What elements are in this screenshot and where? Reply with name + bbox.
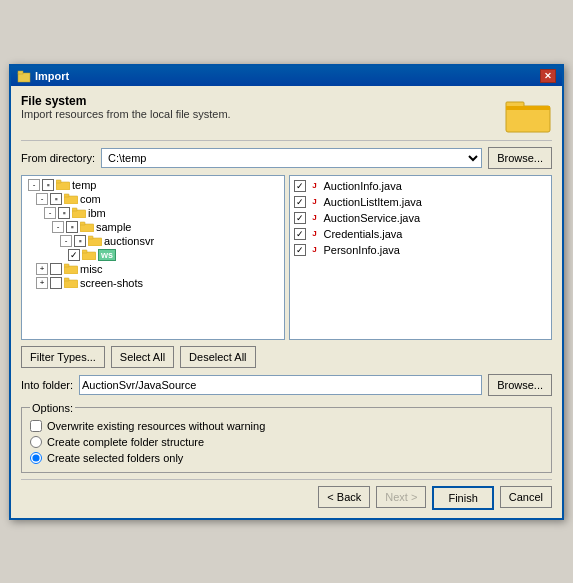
checkbox-temp[interactable]: ▪ bbox=[42, 179, 54, 191]
checkbox-screenshots[interactable] bbox=[50, 277, 62, 289]
file-name-credentials: Credentials.java bbox=[324, 228, 403, 240]
tree-item-com[interactable]: - ▪ com bbox=[24, 192, 282, 206]
file-checkbox-auctionservice[interactable]: ✓ bbox=[294, 212, 306, 224]
header-separator bbox=[21, 140, 552, 141]
svg-rect-12 bbox=[80, 222, 85, 225]
tree-item-misc[interactable]: + misc bbox=[24, 262, 282, 276]
tree-item-ibm[interactable]: - ▪ ibm bbox=[24, 206, 282, 220]
file-item-auctionservice[interactable]: ✓ J AuctionService.java bbox=[292, 210, 550, 226]
expander-com[interactable]: - bbox=[36, 193, 48, 205]
tree-item-temp[interactable]: - ▪ temp bbox=[24, 178, 282, 192]
finish-button[interactable]: Finish bbox=[432, 486, 493, 510]
expander-screenshots[interactable]: + bbox=[36, 277, 48, 289]
into-folder-browse-button[interactable]: Browse... bbox=[488, 374, 552, 396]
dialog-icon bbox=[17, 69, 31, 83]
tree-label-misc: misc bbox=[80, 263, 103, 275]
from-dir-label: From directory: bbox=[21, 152, 95, 164]
filter-types-button[interactable]: Filter Types... bbox=[21, 346, 105, 368]
close-button[interactable]: ✕ bbox=[540, 69, 556, 83]
file-item-auctionlistitem[interactable]: ✓ J AuctionListItem.java bbox=[292, 194, 550, 210]
selected-folders-label: Create selected folders only bbox=[47, 452, 183, 464]
folder-icon-misc bbox=[64, 263, 78, 274]
file-checkbox-auctioninfo[interactable]: ✓ bbox=[294, 180, 306, 192]
back-button[interactable]: < Back bbox=[318, 486, 370, 508]
expander-auctionsvr[interactable]: - bbox=[60, 235, 72, 247]
ws-badge: ws bbox=[98, 249, 116, 261]
folder-icon-com bbox=[64, 193, 78, 204]
tree-label-screenshots: screen-shots bbox=[80, 277, 143, 289]
svg-rect-18 bbox=[64, 264, 69, 267]
checkbox-ws[interactable]: ✓ bbox=[68, 249, 80, 261]
file-item-personinfo[interactable]: ✓ J PersonInfo.java bbox=[292, 242, 550, 258]
java-icon-auctionlistitem: J bbox=[309, 195, 321, 209]
title-bar: Import ✕ bbox=[11, 66, 562, 86]
java-icon-credentials: J bbox=[309, 227, 321, 241]
folder-icon-ws bbox=[82, 249, 96, 260]
expander-ibm[interactable]: - bbox=[44, 207, 56, 219]
tree-item-screenshots[interactable]: + screen-shots bbox=[24, 276, 282, 290]
checkbox-ibm[interactable]: ▪ bbox=[58, 207, 70, 219]
java-icon-auctionservice: J bbox=[309, 211, 321, 225]
option-complete-folder: Create complete folder structure bbox=[30, 434, 543, 450]
from-dir-select[interactable]: C:\temp bbox=[101, 148, 482, 168]
title-bar-left: Import bbox=[17, 69, 69, 83]
selected-folders-radio[interactable] bbox=[30, 452, 42, 464]
expander-sample[interactable]: - bbox=[52, 221, 64, 233]
file-checkbox-credentials[interactable]: ✓ bbox=[294, 228, 306, 240]
svg-rect-1 bbox=[18, 71, 23, 74]
option-selected-folders: Create selected folders only bbox=[30, 450, 543, 466]
file-checkbox-auctionlistitem[interactable]: ✓ bbox=[294, 196, 306, 208]
deselect-all-button[interactable]: Deselect All bbox=[180, 346, 255, 368]
tree-label-com: com bbox=[80, 193, 101, 205]
svg-rect-10 bbox=[72, 208, 77, 211]
options-legend: Options: bbox=[30, 402, 75, 414]
complete-folder-label: Create complete folder structure bbox=[47, 436, 204, 448]
tree-label-auctionsvr: auctionsvr bbox=[104, 235, 154, 247]
folder-icon-sample bbox=[80, 221, 94, 232]
expander-misc[interactable]: + bbox=[36, 263, 48, 275]
dialog-title: Import bbox=[35, 70, 69, 82]
tree-panel[interactable]: - ▪ temp - ▪ com - ▪ ibm bbox=[21, 175, 285, 340]
overwrite-label: Overwrite existing resources without war… bbox=[47, 420, 265, 432]
file-name-auctionservice: AuctionService.java bbox=[324, 212, 421, 224]
file-name-auctionlistitem: AuctionListItem.java bbox=[324, 196, 422, 208]
checkbox-sample[interactable]: ▪ bbox=[66, 221, 78, 233]
panels-row: - ▪ temp - ▪ com - ▪ ibm bbox=[21, 175, 552, 340]
svg-rect-8 bbox=[64, 194, 69, 197]
expander-temp[interactable]: - bbox=[28, 179, 40, 191]
from-dir-browse-button[interactable]: Browse... bbox=[488, 147, 552, 169]
select-all-button[interactable]: Select All bbox=[111, 346, 174, 368]
file-name-personinfo: PersonInfo.java bbox=[324, 244, 400, 256]
into-folder-row: Into folder: Browse... bbox=[21, 374, 552, 396]
svg-rect-20 bbox=[64, 278, 69, 281]
file-item-auctioninfo[interactable]: ✓ J AuctionInfo.java bbox=[292, 178, 550, 194]
overwrite-checkbox[interactable] bbox=[30, 420, 42, 432]
header-text: File system Import resources from the lo… bbox=[21, 94, 231, 120]
files-panel[interactable]: ✓ J AuctionInfo.java ✓ J AuctionListItem… bbox=[289, 175, 553, 340]
complete-folder-radio[interactable] bbox=[30, 436, 42, 448]
footer-row: < Back Next > Finish Cancel bbox=[21, 479, 552, 510]
svg-rect-0 bbox=[18, 73, 30, 82]
tree-item-auctionsvr[interactable]: - ▪ auctionsvr bbox=[24, 234, 282, 248]
header-folder-icon bbox=[504, 94, 552, 134]
checkbox-com[interactable]: ▪ bbox=[50, 193, 62, 205]
cancel-button[interactable]: Cancel bbox=[500, 486, 552, 508]
file-checkbox-personinfo[interactable]: ✓ bbox=[294, 244, 306, 256]
into-folder-input[interactable] bbox=[79, 375, 482, 395]
option-overwrite: Overwrite existing resources without war… bbox=[30, 418, 543, 434]
page-title: File system bbox=[21, 94, 231, 108]
page-description: Import resources from the local file sys… bbox=[21, 108, 231, 120]
import-dialog: Import ✕ File system Import resources fr… bbox=[9, 64, 564, 520]
tree-item-ws[interactable]: ✓ ws bbox=[24, 248, 282, 262]
svg-rect-16 bbox=[82, 250, 87, 253]
checkbox-auctionsvr[interactable]: ▪ bbox=[74, 235, 86, 247]
tree-item-sample[interactable]: - ▪ sample bbox=[24, 220, 282, 234]
folder-icon-ibm bbox=[72, 207, 86, 218]
svg-rect-14 bbox=[88, 236, 93, 239]
checkbox-misc[interactable] bbox=[50, 263, 62, 275]
file-item-credentials[interactable]: ✓ J Credentials.java bbox=[292, 226, 550, 242]
next-button[interactable]: Next > bbox=[376, 486, 426, 508]
folder-icon-auctionsvr bbox=[88, 235, 102, 246]
svg-rect-4 bbox=[506, 106, 550, 110]
options-group: Options: Overwrite existing resources wi… bbox=[21, 402, 552, 473]
